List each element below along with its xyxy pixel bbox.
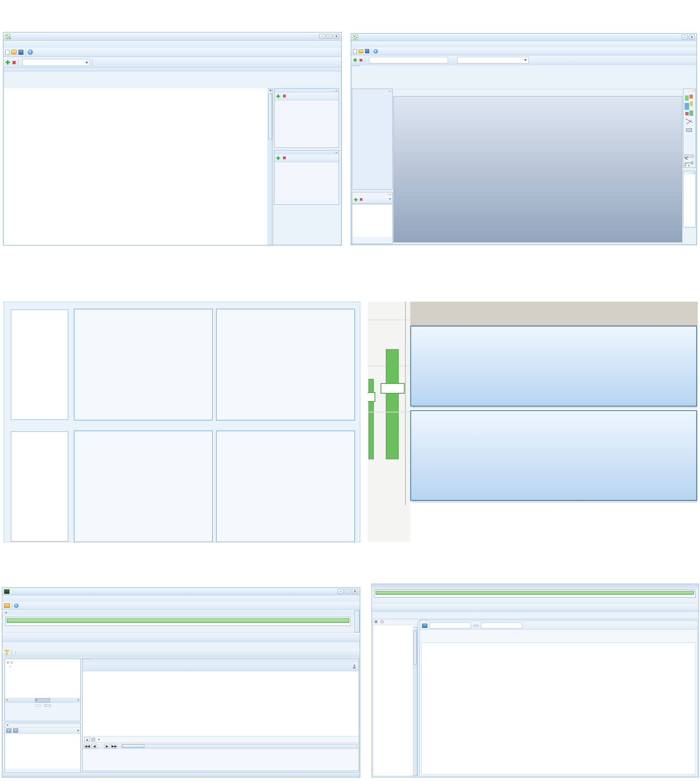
analyzer-titlebar[interactable]: ─□✕ xyxy=(2,588,360,596)
minimize-icon[interactable]: ─ xyxy=(319,34,325,39)
add-group-icon[interactable]: ✚ xyxy=(276,93,280,99)
open-icon[interactable] xyxy=(4,603,10,608)
units-panel-buttons-icon[interactable]: ▫ ▪ xyxy=(388,89,391,93)
tab-layers[interactable] xyxy=(353,65,360,67)
minimap-zoom-box[interactable]: < xyxy=(684,155,694,158)
module-diagram-canvas[interactable] xyxy=(393,96,682,243)
new-file-icon[interactable] xyxy=(353,49,357,53)
animals-table-scrollbar[interactable]: ▲ xyxy=(268,88,273,245)
add-module-icon[interactable]: ✚ xyxy=(353,57,357,63)
filter-add-icon[interactable]: ⊕ ⊖ xyxy=(7,661,13,664)
tab-intellicage[interactable] xyxy=(83,659,90,660)
presets-collapse-icon[interactable]: ▾ xyxy=(7,724,8,727)
from-date-field[interactable] xyxy=(430,622,471,629)
apply-filter-button[interactable] xyxy=(34,704,41,707)
preset-save-icon[interactable]: ＋ xyxy=(7,729,11,733)
open-file-icon[interactable] xyxy=(11,50,17,54)
timeframe-controls xyxy=(2,632,360,641)
filter-tree[interactable]: ⊕ ⊖ ⌐ xyxy=(5,659,80,698)
designer-right-toolbar: i xyxy=(351,48,697,55)
animals-table[interactable] xyxy=(4,88,268,245)
tab-intellicage[interactable] xyxy=(420,620,427,621)
tree-scrollbar[interactable] xyxy=(413,627,418,776)
nav-next-icon[interactable]: ▶ xyxy=(104,744,110,749)
module-name-input[interactable] xyxy=(369,57,448,63)
illumination-gauge xyxy=(11,431,68,541)
clear-filter-button[interactable] xyxy=(44,704,51,707)
animals-tree[interactable] xyxy=(373,625,418,776)
filter-icon[interactable] xyxy=(4,650,10,655)
green-bar xyxy=(368,379,374,459)
select-timeframe-button[interactable] xyxy=(473,625,478,626)
group-hint-bar[interactable] xyxy=(3,68,341,71)
status-bar xyxy=(2,772,360,777)
radio-animals[interactable] xyxy=(375,620,378,624)
filter-dropdown-icon[interactable]: ▾ xyxy=(98,738,100,741)
delete-animal-icon[interactable]: ✖ xyxy=(12,60,17,66)
to-date-field[interactable] xyxy=(481,622,522,629)
charts-window xyxy=(372,584,699,777)
maximize-icon[interactable]: □ xyxy=(345,589,351,594)
footer-collapse-icon[interactable]: ▴ xyxy=(84,737,90,742)
add-template-icon[interactable]: ✚ xyxy=(354,197,358,203)
delete-group-icon[interactable]: ✖ xyxy=(282,93,286,99)
transponder-select[interactable] xyxy=(22,59,90,66)
minimap-arrows[interactable]: ◂ ▸ xyxy=(684,164,690,167)
info-side-tab[interactable] xyxy=(355,611,360,632)
filter-enabled-checkbox[interactable]: ✓ xyxy=(92,738,95,741)
radio-groups[interactable] xyxy=(380,620,383,624)
close-icon[interactable]: ✕ xyxy=(689,35,695,40)
module-name-bar: ✚ ✖ xyxy=(351,56,697,65)
minimize-icon[interactable]: ─ xyxy=(682,35,688,40)
save-icon[interactable] xyxy=(365,49,369,53)
timeframe-header[interactable]: ▴ xyxy=(2,610,360,615)
nav-prev-icon[interactable]: ◀ xyxy=(91,744,97,749)
presets-dropdown-icon[interactable]: ▾ xyxy=(77,729,79,732)
designer-right-titlebar[interactable]: ─✕ xyxy=(351,33,697,41)
collapse-icon[interactable]: ▴ xyxy=(5,611,7,614)
visits-table[interactable] xyxy=(83,671,359,736)
preset-remove-icon[interactable]: － xyxy=(13,729,18,733)
timeframe-slider[interactable] xyxy=(5,617,351,626)
designer-left-titlebar[interactable]: ─□✕ xyxy=(3,32,341,41)
table-scroll-icons[interactable]: ▲▤ xyxy=(353,664,356,669)
minimize-icon[interactable]: ─ xyxy=(338,589,343,594)
close-icon[interactable]: ✕ xyxy=(333,34,340,39)
new-file-icon[interactable] xyxy=(5,50,10,55)
open-file-icon[interactable] xyxy=(359,49,363,53)
timeframe-slider[interactable] xyxy=(374,589,695,597)
zoom-slider[interactable]: ⊖ xyxy=(684,159,694,163)
module-link-select[interactable] xyxy=(457,57,529,63)
filter-hscrollbar[interactable]: ◂ⅲ▸ xyxy=(5,698,80,703)
record-navigator: ◀◀ ◀ ▶ ▶▶ xyxy=(83,742,359,749)
add-animal-icon[interactable]: ✚ xyxy=(5,59,10,66)
temperature-gauge xyxy=(11,309,68,420)
groups-panel-buttons-icon[interactable]: ▫ ▪ xyxy=(334,89,337,92)
nav-last-icon[interactable]: ▶▶ xyxy=(111,744,117,749)
clusters-panel-buttons-icon[interactable]: ▫ ▪ xyxy=(334,151,337,154)
analyzer-group-hint[interactable]: ▲▤ xyxy=(83,662,359,671)
template-dropdown-icon[interactable]: ▾ xyxy=(389,197,391,203)
delete-cluster-icon[interactable]: ✖ xyxy=(282,155,286,161)
nav-first-icon[interactable]: ◀◀ xyxy=(84,744,90,749)
info-icon[interactable]: i xyxy=(28,49,33,55)
info-icon[interactable]: i xyxy=(14,603,18,608)
delete-module-icon[interactable]: ✖ xyxy=(359,58,363,63)
save-icon[interactable] xyxy=(18,50,23,55)
templates-panel-buttons-icon[interactable]: ▫ ▪ xyxy=(388,193,391,196)
table-filter-footer: ▴ ✓ ▾ xyxy=(83,736,359,742)
chart-icon[interactable] xyxy=(422,624,427,628)
close-icon[interactable]: ✕ xyxy=(352,589,358,594)
add-cluster-icon[interactable]: ✚ xyxy=(276,155,280,161)
groups-panel: ▫ ▪ ✚ ✖ xyxy=(274,88,339,148)
minimap-panel[interactable]: … ▫ ▪ < ⊖ ◂ ▸ xyxy=(683,88,696,168)
animals-tree-pane xyxy=(373,619,418,776)
secondary-panel[interactable]: … ▫ ▪ xyxy=(683,171,696,227)
units-panel: ▫ ▪ xyxy=(352,88,393,190)
filter-action-bar xyxy=(2,649,360,656)
table-hscrollbar[interactable] xyxy=(122,744,357,748)
info-icon[interactable]: i xyxy=(373,49,378,53)
app-icon xyxy=(353,35,358,40)
delete-template-icon[interactable]: ✖ xyxy=(360,197,363,203)
maximize-icon[interactable]: □ xyxy=(326,34,332,39)
